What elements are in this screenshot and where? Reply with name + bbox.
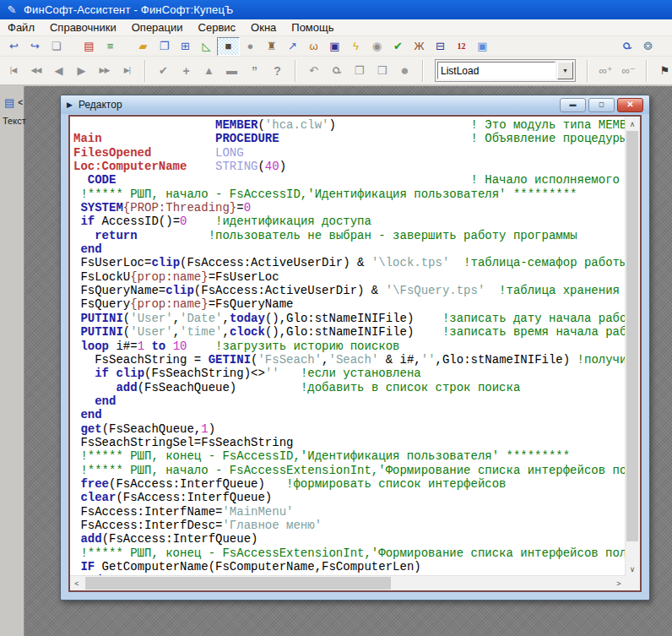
menu-file[interactable]: Файл bbox=[0, 19, 42, 35]
toolbar-separator bbox=[295, 60, 296, 82]
document-window-icon[interactable]: ❐ bbox=[154, 38, 175, 55]
address-book-icon[interactable]: ▤ bbox=[79, 38, 100, 55]
code-line: FsAccess:InterfDesc='Главное меню' bbox=[73, 519, 626, 532]
code-line: !***** РШП, начало - FsAccessID,'Идентиф… bbox=[73, 188, 626, 201]
code-line: FilesOpened LONG bbox=[73, 146, 626, 160]
toolbar-separator bbox=[67, 35, 79, 57]
code-line: PUTINI('User','Date',today(),Glo:stNameI… bbox=[73, 312, 626, 325]
code-line: free(FsAccess:InterfQueue) !формировать … bbox=[73, 477, 626, 491]
balloon-icon[interactable]: ● bbox=[240, 38, 261, 55]
group-records: |◀◀◀◀▶▶▶▶| bbox=[2, 57, 138, 84]
toolbar-separator bbox=[144, 60, 146, 82]
code-line: FsSeachStringSel=FsSeachString bbox=[73, 436, 626, 449]
dock-label: Текст bbox=[0, 108, 24, 126]
horizontal-scroll-thumb[interactable] bbox=[85, 577, 391, 590]
procedure-combo-value[interactable]: ListLoad bbox=[437, 62, 555, 79]
code-line: FsQueryName=clip(FsAccess:ActiveUserDir)… bbox=[73, 284, 626, 297]
add-icon: + bbox=[175, 60, 198, 82]
code-line: clear(FsAccess:InterfQueue) bbox=[73, 491, 626, 504]
prev-record-icon: ◀ bbox=[47, 60, 70, 82]
menu-windows[interactable]: Окна bbox=[243, 19, 284, 35]
code-line: end bbox=[73, 408, 626, 421]
vertical-scroll-thumb[interactable] bbox=[626, 131, 638, 541]
menu-references[interactable]: Справочники bbox=[42, 19, 124, 35]
code-line: SYSTEM{PROP:Threading}=0 bbox=[73, 201, 626, 215]
procedure-combo: ListLoad▼ bbox=[435, 59, 576, 82]
scroll-right-icon[interactable]: > bbox=[612, 576, 626, 590]
back-window-icon[interactable]: ↩ bbox=[3, 38, 24, 55]
set-square-icon[interactable]: ◺ bbox=[196, 38, 217, 55]
code-line: end bbox=[73, 242, 626, 256]
help-icon: ? bbox=[266, 60, 289, 82]
scroll-left-icon[interactable]: < bbox=[70, 576, 84, 590]
next-record-icon: ▶ bbox=[70, 60, 93, 82]
record-circle-icon: ● bbox=[393, 60, 416, 82]
code-line: FsAccess:InterfName='MainMenu' bbox=[73, 505, 626, 519]
text-document-icon[interactable]: ▤ bbox=[4, 97, 14, 108]
floppy-blue-icon[interactable]: ▣ bbox=[472, 38, 493, 55]
scrollbar-corner bbox=[626, 576, 640, 590]
menu-operations[interactable]: Операции bbox=[124, 19, 191, 35]
image-settings-icon[interactable]: ❂ bbox=[637, 38, 658, 55]
group-reference: ▤≡ bbox=[79, 36, 121, 56]
network-computers-icon[interactable]: ⊞ bbox=[175, 38, 196, 55]
code-area[interactable]: MEMBER('hca.clw') ! Это модуль типа MEMB… bbox=[70, 117, 626, 576]
app-window: ✎ ФинСофт-Ассистент - ФинСофт:КупецЪ Фай… bbox=[0, 0, 672, 636]
code-line: IF GetComputerName(FsComputerName,FsComp… bbox=[73, 560, 626, 573]
image-viewer-icon[interactable]: ■ bbox=[217, 37, 240, 56]
undo-icon: ↶ bbox=[302, 60, 325, 82]
window-find-icon[interactable]: Q bbox=[616, 38, 637, 55]
balloon-fast-icon[interactable]: ◉ bbox=[366, 38, 387, 55]
group-search: ∞⁺∞⁻ bbox=[594, 57, 640, 84]
fountain-icon[interactable]: ♜ bbox=[261, 38, 282, 55]
shortcut-window-icon[interactable]: ↗ bbox=[282, 38, 303, 55]
scroll-up-icon[interactable]: ∧ bbox=[626, 117, 639, 131]
debug-icon[interactable]: Ж bbox=[409, 38, 430, 55]
flag-icon[interactable]: ⚑ bbox=[653, 60, 672, 82]
code-line: if clip(FsSeachString)<>'' !если установ… bbox=[73, 367, 626, 380]
menu-help[interactable]: Помощь bbox=[284, 19, 341, 35]
list-form-icon[interactable]: ≡ bbox=[100, 38, 121, 55]
app-icon: ✎ bbox=[5, 3, 19, 17]
toolbar-separator bbox=[422, 60, 424, 82]
code-line: PUTINI('User','time',clock(),Glo:stNameI… bbox=[73, 325, 626, 339]
editor-window: ▶ Редактор ▬ ◻ ✕ MEMBER('hca.clw') ! Это… bbox=[60, 95, 650, 601]
new-document-icon[interactable]: ❏ bbox=[46, 38, 67, 55]
window-title: ФинСофт-Ассистент - ФинСофт:КупецЪ bbox=[24, 3, 234, 16]
binoculars-add-icon: ∞⁺ bbox=[594, 60, 617, 82]
calendar-12-icon[interactable]: 12 bbox=[451, 38, 472, 55]
last-record-icon: ▶| bbox=[116, 60, 138, 82]
open-folder-icon[interactable]: ▰ bbox=[133, 38, 154, 55]
collapse-chevron-icon[interactable]: < bbox=[18, 98, 23, 107]
printer-icon[interactable]: ⊟ bbox=[430, 38, 451, 55]
close-button[interactable]: ✕ bbox=[617, 98, 643, 112]
copy-icon: ❐ bbox=[348, 60, 371, 82]
key-icon: Q bbox=[325, 60, 348, 82]
check-ok-icon[interactable]: ✔ bbox=[387, 38, 409, 55]
code-line: Loc:ComputerName STRING(40) bbox=[73, 160, 626, 173]
group-navigation: ↩↪❏ bbox=[3, 36, 67, 56]
code-line: Main PROCEDURE ! Объявление процедуры bbox=[73, 132, 626, 145]
code-line: !***** РШП, начало - FsAccessExtensionIn… bbox=[73, 464, 626, 477]
editor-titlebar[interactable]: ▶ Редактор ▬ ◻ ✕ bbox=[61, 95, 649, 114]
vertical-scrollbar: ∧ ∨ bbox=[625, 117, 640, 576]
binoculars-remove-icon: ∞⁻ bbox=[617, 60, 640, 82]
menu-service[interactable]: Сервис bbox=[191, 19, 244, 35]
code-line: FsQuery{prop:name}=FsQueryName bbox=[73, 297, 626, 311]
open-book-icon[interactable]: ω bbox=[303, 38, 324, 55]
main-toolbar: ↩↪❏▤≡▰❐⊞◺■●♜↗ω▣ϟ◉✔Ж⊟12▣Q❂ bbox=[0, 36, 672, 57]
prev-page-icon: ◀◀ bbox=[24, 60, 47, 82]
forward-window-icon[interactable]: ↪ bbox=[24, 38, 46, 55]
combo-dropdown-icon[interactable]: ▼ bbox=[557, 62, 573, 79]
lightning-icon[interactable]: ϟ bbox=[345, 38, 366, 55]
editor-window-icon: ▶ bbox=[67, 101, 73, 109]
code-line: if AccessID()=0 !идентификация доступа bbox=[73, 215, 626, 228]
first-record-icon: |◀ bbox=[2, 60, 24, 82]
code-line: FsLockU{prop:name}=FsUserLoc bbox=[73, 270, 626, 284]
save-floppy-icon[interactable]: ▣ bbox=[324, 38, 345, 55]
toolbar-separator bbox=[587, 60, 588, 82]
scroll-down-icon[interactable]: ∨ bbox=[626, 562, 639, 576]
maximize-button[interactable]: ◻ bbox=[588, 98, 615, 112]
minimize-button[interactable]: ▬ bbox=[560, 98, 586, 112]
code-line: end bbox=[73, 394, 626, 408]
